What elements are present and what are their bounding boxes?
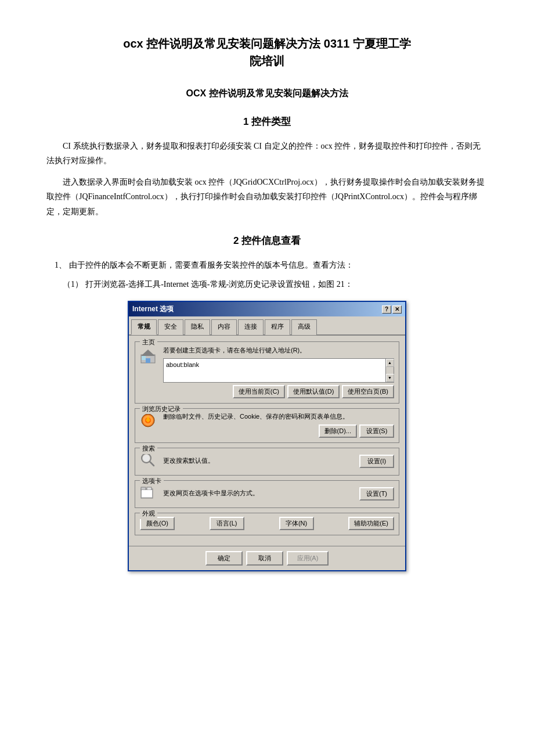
close-title-btn[interactable]: ✕ [392, 305, 402, 314]
delete-btn[interactable]: 删除(D)... [319, 424, 357, 438]
tab-programs[interactable]: 程序 [265, 319, 290, 335]
use-default-btn[interactable]: 使用默认值(D) [287, 385, 340, 398]
tabs-section-box: 选项卡 更改网页在选项卡中显示的方式。 设置(T [135, 480, 399, 508]
appearance-buttons: 颜色(O) 语言(L) 字体(N) 辅助功能(E) [140, 517, 394, 530]
chapter2-title: 2 控件信息查看 [46, 233, 488, 249]
scroll-down[interactable]: ▼ [386, 374, 394, 382]
search-section-box: 搜索 更改搜索默认值。 设置(I) [135, 448, 399, 476]
svg-marker-1 [141, 350, 155, 356]
use-blank-btn[interactable]: 使用空白页(B) [342, 385, 394, 398]
tabs-text: 更改网页在选项卡中显示的方式。 [163, 488, 259, 499]
chapter1-para2: 进入数据录入界面时会自动加载安装 ocx 控件（JQGridOCXCtrlPro… [46, 175, 488, 219]
history-icon [140, 412, 158, 431]
tab-advanced[interactable]: 高级 [291, 319, 317, 335]
history-section-content: 删除临时文件、历史记录、Cookie、保存的密码和网页表单信息。 删除(D)..… [140, 412, 394, 438]
chapter2-item1: 1、 由于控件的版本会不断更新，需要查看服务安装控件的版本号信息。查看方法： [55, 258, 488, 272]
help-title-btn[interactable]: ? [382, 305, 391, 314]
tab-security[interactable]: 安全 [158, 319, 183, 335]
svg-line-9 [150, 462, 154, 466]
scroll-up[interactable]: ▲ [386, 359, 394, 367]
tab-content[interactable]: 内容 [211, 319, 237, 335]
use-current-btn[interactable]: 使用当前页(C) [233, 385, 285, 398]
tab-connections[interactable]: 连接 [238, 319, 264, 335]
svg-rect-13 [142, 490, 152, 497]
home-input-value: about:blank [166, 360, 391, 370]
home-instruction: 若要创建主页选项卡，请在各地址行键入地址(R)。 [163, 345, 394, 356]
cancel-btn[interactable]: 取消 [246, 551, 283, 566]
history-section-box: 浏览历史记录 删除临时文件、历史记录、Cookie、保存的密码和网页表单信息 [135, 408, 399, 443]
font-btn[interactable]: 字体(N) [279, 517, 314, 530]
titlebar-buttons: ? ✕ [382, 305, 402, 314]
home-section-content: 若要创建主页选项卡，请在各地址行键入地址(R)。 about:blank ▲ ▼ [140, 345, 394, 398]
svg-rect-12 [147, 487, 151, 490]
accessibility-btn[interactable]: 辅助功能(E) [348, 517, 394, 530]
section-title: OCX 控件说明及常见安装问题解决方法 [46, 86, 488, 101]
tabs-section-label: 选项卡 [140, 476, 164, 487]
tab-general[interactable]: 常规 [131, 319, 157, 335]
language-btn[interactable]: 语言(L) [210, 517, 244, 530]
tabs-settings-btn[interactable]: 设置(T) [359, 487, 394, 501]
dialog-body: 主页 若要创建主页选项卡，请在各地址行键入地址(R)。 [129, 336, 405, 546]
dialog-title: Internet 选项 [132, 304, 174, 315]
home-icon [140, 348, 158, 366]
chapter2: 2 控件信息查看 1、 由于控件的版本会不断更新，需要查看服务安装控件的版本号信… [46, 233, 488, 571]
search-text: 更改搜索默认值。 [163, 456, 214, 466]
home-content: 若要创建主页选项卡，请在各地址行键入地址(R)。 about:blank ▲ ▼ [163, 345, 394, 398]
dialog-screenshot: www.buoox.com Internet 选项 ? ✕ 常规 安全 隐私 内… [46, 301, 488, 571]
history-content: 删除临时文件、历史记录、Cookie、保存的密码和网页表单信息。 删除(D)..… [163, 412, 394, 438]
home-section-label: 主页 [140, 337, 157, 348]
appearance-section-label: 外观 [140, 509, 157, 519]
tabs-section-content: 更改网页在选项卡中显示的方式。 设置(T) [140, 484, 394, 503]
dialog-footer: 确定 取消 应用(A) [129, 546, 405, 570]
home-input-area[interactable]: about:blank ▲ ▼ [163, 358, 394, 383]
search-section-label: 搜索 [140, 444, 157, 454]
ok-btn[interactable]: 确定 [205, 551, 243, 566]
home-buttons: 使用当前页(C) 使用默认值(D) 使用空白页(B) [163, 385, 394, 398]
tab-privacy[interactable]: 隐私 [185, 319, 210, 335]
history-text: 删除临时文件、历史记录、Cookie、保存的密码和网页表单信息。 [163, 412, 394, 421]
apply-btn[interactable]: 应用(A) [287, 551, 329, 566]
history-buttons: 删除(D)... 设置(S) [163, 424, 394, 438]
dialog-tabs: 常规 安全 隐私 内容 连接 程序 高级 [129, 316, 405, 336]
svg-point-8 [143, 455, 150, 462]
chapter2-subitem1: （1） 打开浏览器-选择工具-Internet 选项-常规-浏览历史记录设置按钮… [63, 277, 488, 291]
history-settings-btn[interactable]: 设置(S) [359, 424, 394, 438]
scrollbar[interactable]: ▲ ▼ [385, 359, 394, 382]
chapter1: 1 控件类型 CI 系统执行数据录入，财务提取和报表打印必须安装 CI 自定义的… [46, 114, 488, 219]
internet-options-dialog: Internet 选项 ? ✕ 常规 安全 隐私 内容 连接 程序 高级 [128, 301, 406, 571]
dialog-titlebar: Internet 选项 ? ✕ [129, 302, 405, 316]
search-settings-btn[interactable]: 设置(I) [359, 455, 394, 468]
tab-icon [140, 484, 158, 503]
svg-rect-3 [142, 356, 146, 360]
chapter1-title: 1 控件类型 [46, 114, 488, 129]
chapter1-para1: CI 系统执行数据录入，财务提取和报表打印必须安装 CI 自定义的控件：ocx … [46, 139, 488, 168]
svg-rect-11 [141, 487, 146, 490]
svg-rect-2 [146, 358, 150, 363]
search-section-content: 更改搜索默认值。 设置(I) [140, 452, 394, 470]
home-section-box: 主页 若要创建主页选项卡，请在各地址行键入地址(R)。 [135, 341, 399, 404]
appearance-section-box: 外观 颜色(O) 语言(L) 字体(N) 辅助功能(E) [135, 513, 399, 535]
history-section-label: 浏览历史记录 [140, 404, 183, 415]
page-title: ocx 控件说明及常见安装问题解决方法 0311 宁夏理工学 院培训 [46, 35, 488, 70]
search-icon [140, 452, 158, 470]
